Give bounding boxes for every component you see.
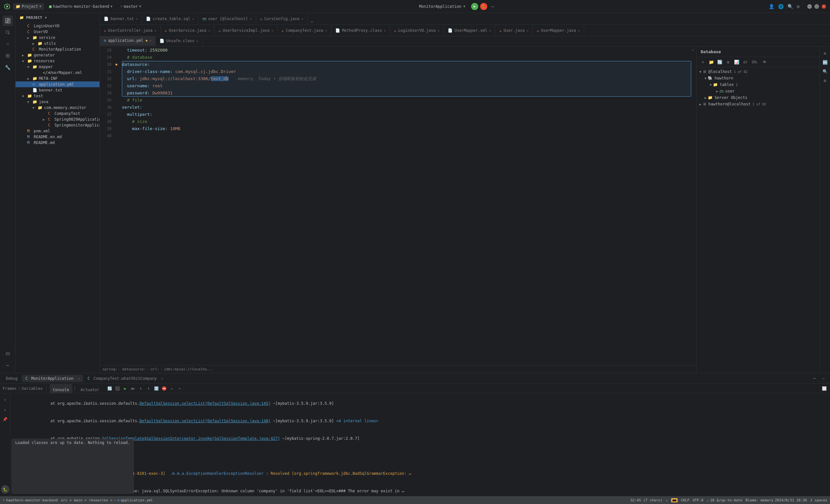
db-item-server-objects[interactable]: ▶ 📁 Server Objects bbox=[697, 94, 820, 101]
search-icon[interactable]: 🔍 bbox=[788, 4, 793, 9]
profile-icon[interactable]: 👤 bbox=[769, 4, 774, 9]
actuator-tab[interactable]: Actuator bbox=[77, 384, 102, 393]
tree-item-service[interactable]: ▶ 📁 service bbox=[15, 35, 99, 40]
tab-application-yml[interactable]: ⚙ application.yml ● ✕ bbox=[100, 36, 156, 46]
stop-btn[interactable]: ⬛ bbox=[114, 385, 121, 392]
variables-label[interactable]: Variables bbox=[22, 386, 43, 391]
tab-user-java[interactable]: ☕ User.java ✕ bbox=[496, 25, 533, 36]
tab-usermapper-java[interactable]: ☕ UserMapper.java ✕ bbox=[533, 25, 584, 36]
tab-close-btn[interactable]: ✕ bbox=[155, 29, 157, 32]
panel-close-btn[interactable]: — bbox=[820, 375, 827, 382]
tree-item-spring0829[interactable]: ▶ C Spring0829ApplicationTests.j bbox=[15, 117, 99, 122]
tab-close-btn[interactable]: ✕ bbox=[526, 29, 529, 32]
tab-close-btn[interactable]: ✕ bbox=[161, 377, 163, 380]
db-settings-btn[interactable]: ⚙ bbox=[725, 58, 732, 65]
translate-icon[interactable]: 🌐 bbox=[778, 4, 784, 9]
breakpoints-btn[interactable]: ⛔ bbox=[161, 385, 167, 392]
step-over-btn[interactable]: ⏭ bbox=[130, 385, 136, 392]
tree-item-utils[interactable]: ▶ 📁 utils bbox=[15, 40, 99, 46]
more-run-options[interactable]: ⋯ bbox=[489, 3, 497, 10]
code-editor[interactable]: 28 timeout: 2592000 ✓ 29 # database bbox=[100, 47, 696, 373]
tree-item-generator[interactable]: ▶ 📁 generator bbox=[15, 52, 99, 58]
tab-overflow-menu[interactable]: ⋯ bbox=[307, 20, 316, 24]
tree-item-monitorapp[interactable]: C MonitorApplication bbox=[15, 46, 99, 52]
more-options-btn[interactable]: ⋯ bbox=[177, 385, 183, 392]
activity-search[interactable] bbox=[3, 27, 13, 38]
warnings-status[interactable]: ⚠ bbox=[666, 498, 668, 502]
tab-close-btn[interactable]: ✕ bbox=[325, 29, 327, 32]
db-ddl-btn[interactable]: DDL bbox=[750, 58, 760, 65]
db-refresh-btn[interactable]: 🔄 bbox=[716, 58, 723, 65]
repo-selector[interactable]: ■ hawthorn-monitor-backend ▼ bbox=[47, 3, 115, 10]
activity-project[interactable] bbox=[3, 15, 13, 26]
tab-banner-txt[interactable]: 📄 banner.txt ✕ bbox=[100, 13, 142, 24]
tree-item-meta-inf[interactable]: ▶ 📁 META-INF bbox=[15, 75, 99, 82]
tab-unsafe-class[interactable]: 📄 Unsafe.class ✕ bbox=[156, 36, 203, 46]
tab-userserviceimpl[interactable]: ☕ UserServiceImpl.java ✕ bbox=[214, 25, 278, 36]
scroll-up-btn[interactable]: ↑ bbox=[1, 396, 9, 404]
tree-item-application-yml[interactable]: ⚙ application.yml bbox=[15, 82, 99, 87]
db-table-btn[interactable]: 📊 bbox=[733, 58, 740, 65]
tab-usercontroller[interactable]: ☕ UserController.java ✕ bbox=[100, 25, 161, 36]
db-item-localhost[interactable]: ▼ 🖥 @localhost 1 of 82 bbox=[697, 68, 820, 75]
tab-userservice[interactable]: ☕ UserService.java ✕ bbox=[161, 25, 215, 36]
tab-loginuservo[interactable]: ☕ LoginUserVO.java ✕ bbox=[390, 25, 444, 36]
breadcrumb-item-2[interactable]: datasource: bbox=[122, 367, 146, 371]
reload-btn[interactable]: 🔄 bbox=[106, 385, 113, 392]
debug-icon[interactable]: 🐛 bbox=[1, 485, 9, 494]
db-item-tables[interactable]: ▼ 📁 tables 1 bbox=[697, 82, 820, 88]
tab-user-localhost[interactable]: 🗃 user [@localhost] ✕ bbox=[198, 13, 256, 24]
activity-database[interactable]: 🗃 bbox=[3, 348, 13, 359]
tab-close-btn[interactable]: ✕ bbox=[78, 377, 80, 380]
activity-debug[interactable] bbox=[3, 51, 13, 61]
activity-more[interactable]: ⋯ bbox=[3, 360, 13, 370]
charset-status[interactable]: UTF-8 bbox=[693, 498, 703, 502]
db-item-hawthorn[interactable]: ▼ 🐘 hawthorn bbox=[697, 75, 820, 82]
breadcrumb-item-1[interactable]: spring: bbox=[102, 367, 117, 371]
resume-btn[interactable]: ▶ bbox=[122, 385, 128, 392]
tab-close-btn[interactable]: ✕ bbox=[272, 29, 273, 32]
minimize-button[interactable]: — bbox=[807, 4, 812, 9]
tab-usermapper-xml[interactable]: 📄 UserMapper.xml ✕ bbox=[444, 25, 496, 36]
tree-item-banner[interactable]: 📄 banner.txt bbox=[15, 87, 99, 93]
activity-vcs[interactable]: ⑂ bbox=[3, 39, 13, 49]
tab-close-btn[interactable]: ✕ bbox=[208, 29, 210, 32]
tree-item-test[interactable]: ▼ 📁 test bbox=[15, 93, 99, 99]
tree-item-readme[interactable]: M README.md bbox=[15, 140, 99, 146]
expand-btn[interactable]: ⬜ bbox=[821, 385, 827, 392]
frames-label[interactable]: Frames bbox=[3, 386, 17, 391]
tree-item-mapper[interactable]: ▼ 📁 mapper bbox=[15, 64, 99, 70]
edit-btn[interactable]: ✏ bbox=[168, 385, 175, 392]
debug-button[interactable]: 🐛 bbox=[480, 3, 487, 10]
changes-status[interactable]: △ 10 Δ/up-to-date bbox=[707, 498, 742, 502]
settings-icon[interactable]: ⚙ bbox=[797, 4, 800, 9]
tab-close-btn[interactable]: ✕ bbox=[136, 17, 138, 21]
close-button[interactable]: ✕ bbox=[822, 4, 826, 9]
tree-item-springmonitor[interactable]: C SpringmonitorApplicationT bbox=[15, 122, 99, 128]
db-view-btn[interactable]: 👁 bbox=[761, 58, 768, 65]
debug-tab[interactable]: Debug bbox=[3, 375, 21, 382]
tree-item-uservo[interactable]: C UserVO bbox=[15, 29, 99, 35]
db-item-hawthorn-localhost[interactable]: ▶ 🖥 hawthorn@localhost 1 of 82 bbox=[697, 101, 820, 107]
cursor-position[interactable]: 32:45 (7 chars) bbox=[630, 498, 662, 502]
tab-close-btn[interactable]: ✕ bbox=[150, 39, 151, 42]
breadcrumb-item-4[interactable]: jdbc:mysql://localho... bbox=[164, 367, 213, 371]
tab-create-table[interactable]: 📄 create_table.sql ✕ bbox=[142, 13, 198, 24]
maximize-button[interactable]: □ bbox=[815, 4, 819, 9]
step-out-btn[interactable]: ⬆ bbox=[145, 385, 152, 392]
tab-close-btn[interactable]: ✕ bbox=[196, 39, 198, 43]
tree-item-java[interactable]: ▼ 📁 java bbox=[15, 99, 99, 105]
panel-menu-btn[interactable]: ⋯ bbox=[810, 375, 818, 382]
tree-item-pom[interactable]: M pom.xml bbox=[15, 128, 99, 134]
branch-selector[interactable]: ⑂ master ▼ bbox=[118, 3, 143, 10]
run-button[interactable]: ▶ bbox=[471, 3, 478, 10]
tab-corsconfig[interactable]: ☕ CorsConfig.java ✕ bbox=[256, 13, 308, 24]
tree-item-companytest[interactable]: C CompanyTest bbox=[15, 111, 99, 117]
tree-item-resources[interactable]: ▼ 📁 resources bbox=[15, 58, 99, 64]
tab-close-btn[interactable]: ✕ bbox=[301, 17, 303, 21]
tab-close-btn[interactable]: ✕ bbox=[192, 17, 194, 21]
db-label-btn[interactable]: 🏷 bbox=[741, 58, 748, 65]
tab-close-btn[interactable]: ✕ bbox=[384, 29, 386, 32]
tab-companytest[interactable]: ☕ CompanyTest.java ✕ bbox=[278, 25, 331, 36]
file-path-status[interactable]: src > main > resources > › ⚙ application… bbox=[61, 498, 153, 502]
